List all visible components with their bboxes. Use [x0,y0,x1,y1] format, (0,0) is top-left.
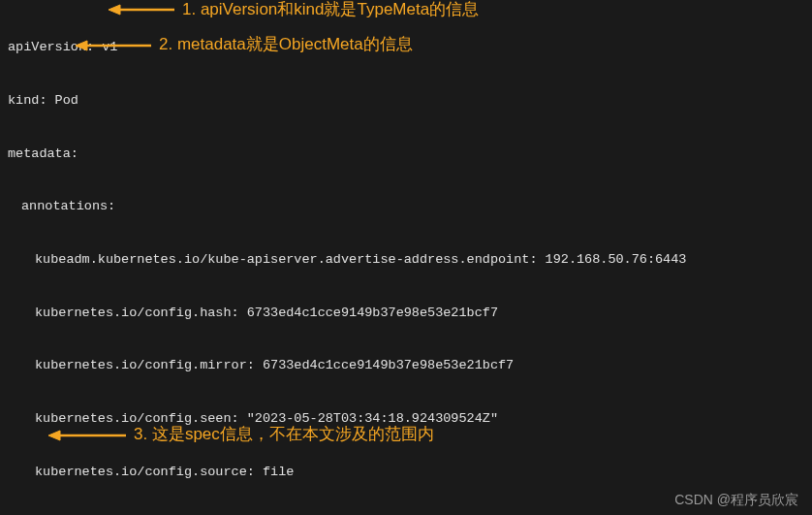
annotation-typemeta: 1. apiVersion和kind就是TypeMeta的信息 [182,0,479,21]
yaml-text: kubernetes.io/config.source: file [35,465,294,479]
yaml-text: kubernetes.io/config.hash: 6733ed4c1cce9… [35,306,498,320]
arrow-icon [76,39,151,52]
yaml-line: kubernetes.io/config.mirror: 6733ed4c1cc… [8,357,812,374]
yaml-text: kubernetes.io/config.mirror: 6733ed4c1cc… [35,358,514,372]
yaml-line: kubernetes.io/config.source: file [8,464,812,481]
yaml-line: kubernetes.io/config.hash: 6733ed4c1cce9… [8,305,812,322]
annotation-objectmeta: 2. metadata就是ObjectMeta的信息 [159,34,413,56]
arrow-icon [109,3,174,16]
yaml-line: kubeadm.kubernetes.io/kube-apiserver.adv… [8,251,812,269]
yaml-text: kind: Pod [8,93,78,108]
svg-marker-5 [48,431,60,440]
svg-marker-1 [109,5,120,15]
yaml-line: annotations: [8,198,812,215]
yaml-text: metadata: [8,146,78,161]
yaml-line: metadata: [8,145,812,163]
svg-marker-3 [76,41,87,50]
yaml-line: kind: Pod [8,92,812,110]
yaml-text: annotations: [21,199,115,213]
watermark-text: CSDN @程序员欣宸 [674,491,798,509]
yaml-text: kubeadm.kubernetes.io/kube-apiserver.adv… [35,252,686,267]
annotation-spec: 3. 这是spec信息，不在本文涉及的范围内 [134,424,434,446]
arrow-icon [48,429,126,442]
